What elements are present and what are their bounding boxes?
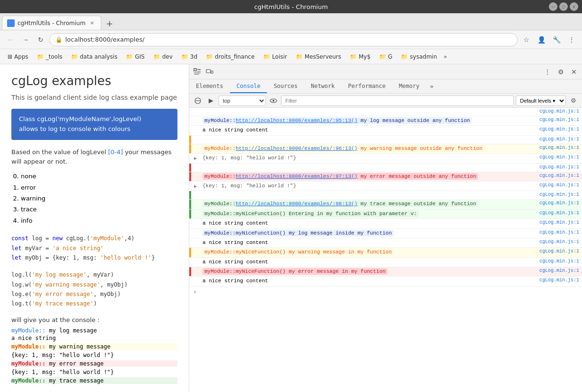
console-preview: myModule:: my log message a nice string … — [11, 327, 177, 385]
extensions-button[interactable]: 🔧 — [550, 33, 563, 46]
devtools-settings-button[interactable]: ⚙ — [555, 66, 567, 78]
browser-tab[interactable]: cgHtmlUtils - Chromium × — [2, 16, 101, 30]
entry-source[interactable]: cgLog.min.js:1 — [539, 155, 579, 160]
bookmark-messerveurs[interactable]: 📁 MesServeurs — [292, 52, 345, 61]
clear-console-button[interactable] — [192, 95, 203, 106]
tab-elements[interactable]: Elements — [189, 79, 230, 93]
tab-close-button[interactable]: × — [88, 19, 96, 27]
class-description-box: Class cgLog('myModuleName',logLevel) all… — [11, 109, 177, 140]
entry-source[interactable]: cgLog.min.js:1 — [539, 278, 579, 283]
bookmark-droits-finance[interactable]: 📁 droits_finance — [202, 52, 258, 61]
reload-button[interactable]: ↻ — [34, 33, 47, 46]
maximize-button[interactable]: □ — [559, 2, 568, 11]
entry-source[interactable]: cgLog.min.js:1 — [539, 220, 579, 225]
bookmark-tools[interactable]: 📁 _tools — [33, 52, 66, 61]
entry-source[interactable]: cgLog.min.js:1 — [539, 145, 579, 150]
entry-text: a nice string content — [203, 239, 538, 246]
log-module-label: myModule::http://localhost:8000/examples… — [203, 117, 472, 124]
entry-source[interactable]: cgLog.min.js:1 — [539, 230, 579, 235]
tab-console[interactable]: Console — [230, 79, 267, 93]
entry-source[interactable]: cgLog.min.js:1 — [539, 259, 579, 264]
eye-icon-button[interactable] — [268, 95, 279, 106]
entry-source[interactable]: cgLog.min.js:1 — [539, 239, 579, 244]
tab-performance[interactable]: Performance — [342, 79, 392, 93]
expand-icon[interactable]: ▶ — [194, 155, 201, 161]
bookmarks-more-button[interactable]: » — [442, 52, 449, 62]
folder-icon: 📁 — [37, 53, 44, 60]
close-button[interactable]: × — [570, 2, 578, 11]
filter-input[interactable] — [281, 96, 514, 106]
bookmark-3d[interactable]: 📁 3d — [177, 52, 201, 61]
warn-link[interactable]: http://localhost:8000/examples/:96:13() — [236, 146, 357, 151]
url-bar[interactable]: 🔒 localhost:8000/examples/ — [49, 33, 518, 46]
back-button[interactable]: ← — [4, 33, 17, 46]
entry-source[interactable]: cgLog.min.js:1 — [539, 127, 579, 132]
device-toolbar-button[interactable] — [203, 66, 216, 78]
entry-source[interactable]: cgLog.min.js:1 — [539, 200, 579, 206]
minimize-button[interactable]: ─ — [549, 2, 557, 11]
preview-error-line: myModule:: my error message — [11, 360, 177, 367]
trace-module-label: myModule::http://localhost:8000/examples… — [203, 200, 478, 207]
code-line: log.l('my log message', myVar) — [11, 270, 177, 279]
entry-content: cgLog.min.js:1 — [191, 136, 582, 144]
devtools-close-button[interactable]: ✕ — [568, 66, 580, 78]
bookmark-data-analysis-label: data analysis — [80, 53, 117, 60]
bookmark-gis[interactable]: 📁 GIS — [122, 52, 148, 61]
context-selector[interactable]: top — [219, 96, 266, 106]
entry-source[interactable]: cgLog.min.js:1 — [539, 173, 579, 178]
play-button[interactable]: ▶ — [205, 95, 217, 106]
log-func-label: myModule::myNiceFunction() my log messag… — [203, 230, 394, 236]
error-link[interactable]: http://localhost:8000/examples/:97:13() — [236, 174, 357, 179]
bookmark-button[interactable]: ☆ — [520, 33, 533, 46]
entry-source[interactable]: cgLog.min.js:1 — [539, 117, 579, 122]
bookmark-sysadmin[interactable]: 📁 sysadmin — [397, 52, 441, 61]
entry-source[interactable]: cgLog.min.js:1 — [539, 268, 579, 273]
entry-source[interactable]: cgLog.min.js:1 — [539, 210, 579, 216]
bookmark-sysadmin-label: sysadmin — [410, 53, 437, 60]
forward-button[interactable]: → — [19, 33, 32, 46]
entry-text: myModule::myNiceFunction() my error mess… — [203, 268, 538, 275]
bookmark-loisir[interactable]: 📁 Loisir — [259, 52, 291, 61]
inspect-element-button[interactable] — [191, 66, 203, 78]
levels-selector[interactable]: Default levels ▾ — [516, 96, 566, 106]
entry-text: myModule::myNiceFunction() my log messag… — [203, 230, 538, 237]
tab-network[interactable]: Network — [304, 79, 342, 93]
bookmark-dev[interactable]: 📁 dev — [150, 52, 176, 61]
devtools-tabs-more[interactable]: » — [426, 79, 437, 93]
entry-source[interactable]: cgLog.min.js:1 — [539, 109, 579, 114]
console-output[interactable]: cgLog.min.js:1 myModule::http://localhos… — [189, 108, 582, 392]
entry-source[interactable]: cgLog.min.js:1 — [539, 165, 579, 170]
will-give-text: will give you at the console : — [11, 316, 177, 323]
entry-content: cgLog.min.js:1 — [191, 164, 582, 172]
devtools-more-button[interactable]: ⋮ — [541, 66, 554, 78]
trace-link[interactable]: http://localhost:8000/examples/:98:13() — [236, 201, 357, 207]
code-line: log.e('my error message', myObj) — [11, 289, 177, 299]
expand-icon[interactable]: ▶ — [194, 183, 201, 189]
new-tab-button[interactable]: + — [103, 17, 116, 30]
tab-sources[interactable]: Sources — [267, 79, 304, 93]
profile-button[interactable]: 👤 — [535, 33, 548, 46]
entry-source[interactable]: cgLog.min.js:1 — [539, 183, 579, 188]
warn-func-label: myModule::myNiceFunction() my warning me… — [203, 249, 394, 255]
entry-source[interactable]: cgLog.min.js:1 — [539, 192, 579, 197]
entry-source[interactable]: cgLog.min.js:1 — [539, 137, 579, 142]
folder-icon: 📁 — [153, 53, 160, 60]
bookmark-tools-label: _tools — [46, 53, 62, 60]
expand-icon — [194, 210, 201, 211]
entry-source[interactable]: cgLog.min.js:1 — [539, 249, 579, 254]
console-entry: cgLog.min.js:1 — [189, 108, 582, 116]
tab-memory[interactable]: Memory — [392, 79, 426, 93]
entry-content: myModule::http://localhost:8000/examples… — [191, 116, 582, 125]
bookmark-apps[interactable]: ⊞ Apps — [4, 52, 32, 61]
more-button[interactable]: ⋮ — [565, 33, 578, 46]
svg-rect-6 — [211, 71, 213, 73]
expand-icon — [194, 117, 201, 118]
entry-text: a nice string content — [203, 259, 538, 266]
console-settings-button[interactable]: ⚙ — [568, 95, 579, 106]
log-link[interactable]: http://localhost:8000/examples/:95:13() — [236, 118, 357, 123]
bookmark-mys[interactable]: 📁 My$ — [346, 52, 374, 61]
bookmark-g[interactable]: 📁 G — [375, 52, 396, 61]
bookmark-data-analysis[interactable]: 📁 data analysis — [67, 52, 121, 61]
console-input[interactable] — [200, 289, 578, 295]
folder-icon: 📁 — [379, 53, 386, 60]
